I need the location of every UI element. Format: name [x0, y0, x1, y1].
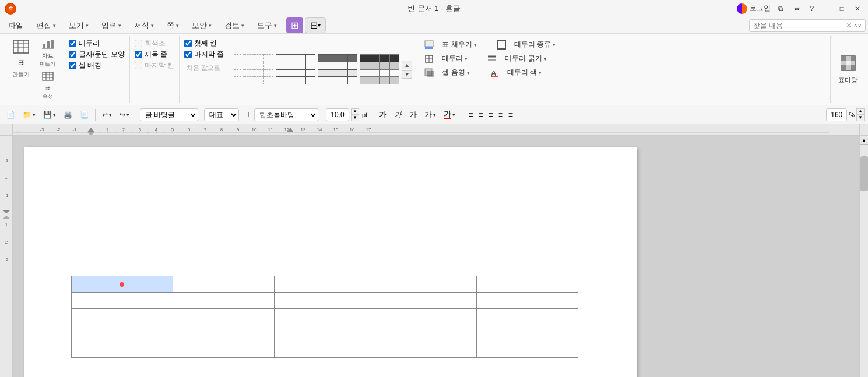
help-button[interactable]: ?	[807, 3, 817, 14]
reset-values-button[interactable]: 처음 값으로	[184, 63, 224, 73]
zoom-up[interactable]: ▲	[856, 108, 865, 115]
table-style-scroll-down[interactable]: ▼	[402, 70, 412, 79]
font-size-down[interactable]: ▼	[351, 115, 359, 121]
chart-make-button[interactable]: 차트 만들기	[36, 37, 59, 69]
table-cell-4-1[interactable]	[173, 341, 274, 358]
menu-view[interactable]: 보기 ▾	[63, 19, 94, 33]
table-format-button[interactable]: 표마당	[831, 36, 865, 103]
checkbox-title-row-input[interactable]	[135, 51, 142, 58]
checkbox-border[interactable]: 테두리	[69, 38, 125, 48]
table-cell-2-3[interactable]	[375, 309, 477, 325]
checkbox-title-row[interactable]: 제목 줄	[135, 50, 174, 59]
table-cell-3-3[interactable]	[375, 325, 477, 341]
restore-button[interactable]: ⧉	[775, 3, 786, 14]
table-style-scroll-up[interactable]: ▲	[402, 61, 412, 69]
text-style-select[interactable]: 대표	[204, 108, 239, 121]
print-preview-button[interactable]: 📃	[77, 110, 92, 120]
scrollbar-thumb[interactable]	[860, 156, 868, 191]
align-justify-button[interactable]: ≡	[496, 109, 505, 121]
scrollbar-up-button[interactable]: ▲	[860, 136, 869, 145]
save-button[interactable]: 💾 ▾	[40, 110, 59, 120]
zoom-input[interactable]: 160	[826, 108, 847, 121]
table-cell-3-1[interactable]	[173, 325, 274, 341]
document-table[interactable]	[71, 276, 578, 358]
border-style-button[interactable]: 테두리 굵기 ▾	[501, 52, 550, 65]
print-button[interactable]: 🖨️	[61, 110, 75, 120]
table-cell-1-0[interactable]	[72, 293, 173, 309]
table-cell-2-1[interactable]	[173, 309, 274, 325]
border-button[interactable]: 테두리 ▾	[438, 52, 471, 65]
table-cell-1-3[interactable]	[375, 293, 477, 309]
search-down-icon[interactable]: ∨	[858, 22, 862, 29]
search-close-icon[interactable]: ✕	[846, 22, 852, 30]
checkbox-last-row[interactable]: 마지막 칸	[135, 61, 174, 71]
table-cell-0-4[interactable]	[477, 276, 578, 293]
table-cell-0-0[interactable]	[72, 276, 173, 293]
table-cell-2-0[interactable]	[72, 309, 173, 325]
table-cell-1-1[interactable]	[173, 293, 274, 309]
bold-button[interactable]: 가	[376, 108, 389, 121]
strikethrough-button[interactable]: 가▾	[421, 108, 439, 121]
move-button[interactable]: ⇔	[791, 3, 803, 14]
table-cell-0-1[interactable]	[173, 276, 274, 293]
font-select[interactable]: 합초롬바탕	[254, 108, 318, 121]
table-cell-2-4[interactable]	[477, 309, 578, 325]
italic-button[interactable]: 가	[391, 108, 405, 121]
table-tool-active-button[interactable]: ⊞	[286, 17, 303, 33]
checkbox-text-style-input[interactable]	[69, 51, 76, 58]
undo-button[interactable]: ↩ ▾	[99, 110, 115, 120]
border-type-button[interactable]: 테두리 종류 ▾	[511, 38, 559, 51]
table-style-thumb-4[interactable]	[360, 54, 399, 84]
font-color-button[interactable]: 가 ▾	[441, 109, 458, 121]
table-grid-button[interactable]: ⊟ ▾	[305, 17, 326, 33]
font-size-input[interactable]: 10.0	[326, 108, 349, 121]
underline-button[interactable]: 가	[406, 108, 420, 121]
checkbox-last-col[interactable]: 마지막 줄	[184, 50, 224, 59]
checkbox-last-col-input[interactable]	[184, 51, 192, 58]
table-style-thumb-2[interactable]	[276, 54, 315, 84]
table-cell-1-2[interactable]	[274, 293, 375, 309]
maximize-button[interactable]: □	[837, 3, 847, 14]
menu-tools[interactable]: 도구 ▾	[251, 19, 283, 33]
align-left-button[interactable]: ≡	[466, 109, 475, 121]
menu-insert[interactable]: 입력 ▾	[96, 19, 127, 33]
menu-page[interactable]: 쪽 ▾	[161, 19, 185, 33]
table-fill-button[interactable]: 표 채우기 ▾	[438, 38, 480, 51]
search-up-icon[interactable]: ∧	[853, 22, 858, 29]
table-cell-1-4[interactable]	[477, 293, 578, 309]
menu-security[interactable]: 보안 ▾	[186, 19, 217, 33]
table-cell-4-0[interactable]	[72, 341, 173, 358]
menu-review[interactable]: 검토 ▾	[219, 19, 250, 33]
table-cell-3-2[interactable]	[274, 325, 375, 341]
checkbox-border-input[interactable]	[69, 40, 76, 47]
align-center-button[interactable]: ≡	[476, 109, 485, 121]
table-cell-4-3[interactable]	[375, 341, 477, 358]
vertical-scrollbar[interactable]: ▲ ▼	[859, 136, 868, 377]
align-distribute-button[interactable]: ≡	[506, 109, 515, 121]
font-size-up[interactable]: ▲	[351, 108, 359, 115]
table-style-thumb-1[interactable]	[234, 54, 273, 84]
checkbox-cell-bg[interactable]: 셀 배경	[69, 61, 125, 71]
canvas-area[interactable]	[13, 136, 859, 377]
menu-format[interactable]: 서식 ▾	[128, 19, 160, 33]
paragraph-style-select[interactable]: 글 바탕글	[140, 108, 198, 121]
checkbox-first-col-input[interactable]	[184, 40, 192, 47]
table-cell-4-4[interactable]	[477, 341, 578, 358]
table-style-thumb-3[interactable]	[318, 54, 357, 84]
close-button[interactable]: ✕	[852, 3, 863, 14]
redo-button[interactable]: ↪ ▾	[117, 110, 132, 120]
table-cell-3-4[interactable]	[477, 325, 578, 341]
minimize-button[interactable]: ─	[821, 3, 832, 14]
checkbox-last-row-input[interactable]	[135, 62, 142, 69]
table-props-button[interactable]: 표 속성	[36, 71, 59, 101]
open-button[interactable]: 📁 ▾	[20, 110, 38, 120]
table-cell-0-3[interactable]	[375, 276, 477, 293]
menu-file[interactable]: 파일	[2, 19, 29, 33]
login-button[interactable]: 로그인	[737, 3, 771, 14]
table-make-button[interactable]: 표	[8, 37, 34, 69]
zoom-down[interactable]: ▼	[856, 115, 865, 121]
border-color-button[interactable]: 테두리 색 ▾	[504, 66, 545, 79]
new-doc-button[interactable]: 📄	[3, 110, 18, 120]
menu-edit[interactable]: 편집 ▾	[30, 19, 62, 33]
table-cell-2-2[interactable]	[274, 309, 375, 325]
